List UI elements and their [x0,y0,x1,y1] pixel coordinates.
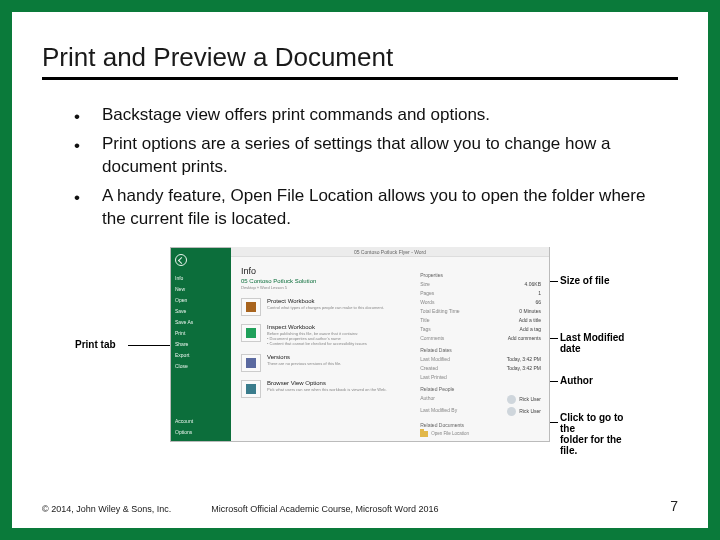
bullet-text: A handy feature, Open File Location allo… [102,185,668,237]
prop-val: Today, 3:42 PM [507,356,541,362]
bullet-dot: • [52,104,102,133]
backstage-sidebar: Info New Open Save Save As Print Share E… [171,248,231,441]
protect-icon [241,298,261,316]
prop-last-modified: Last ModifiedToday, 3:42 PM [420,356,541,362]
figure-wrap: Print tab Size of file Last Modified dat… [80,247,640,452]
block-desc: Pick what users can see when this workbo… [267,387,410,392]
sidebar-item: Open [175,297,227,303]
bullet-list: • Backstage view offers print commands a… [52,104,668,237]
prop-key: Last Printed [420,374,447,380]
prop-val: Today, 3:42 PM [507,365,541,371]
slide-frame: Print and Preview a Document • Backstage… [0,0,720,540]
prop-key: Size [420,281,430,287]
sidebar-item: Export [175,352,227,358]
avatar-icon [507,395,516,404]
sidebar-item: Info [175,275,227,281]
doc-title: 05 Contoso Potluck Solution [241,278,410,284]
sidebar-item: Save As [175,319,227,325]
sidebar-item: Close [175,363,227,369]
block-desc: Control what types of changes people can… [267,305,410,310]
prop-val: 4.06KB [525,281,541,287]
prop-val: Rick User [507,395,541,404]
back-arrow-icon [175,254,187,266]
block-title: Versions [267,354,410,360]
slide-title: Print and Preview a Document [42,42,678,73]
prop-key: Title [420,317,429,323]
inspect-icon [241,324,261,342]
doc-path: Desktop » Word Lesson 5 [241,285,410,290]
info-panel: Info 05 Contoso Potluck Solution Desktop… [241,266,410,437]
prop-val: Add comments [508,335,541,341]
backstage-screenshot: Info New Open Save Save As Print Share E… [170,247,550,442]
prop-key: Words [420,299,434,305]
callout-open-location: Click to go to the folder for the file. [560,412,640,456]
prop-val: 66 [535,299,541,305]
sidebar-item: Options [175,429,227,435]
section-heading: Related People [420,386,541,392]
prop-key: Last Modified By [420,407,457,416]
prop-key: Tags [420,326,431,332]
info-block-browser: Browser View Options Pick what users can… [241,380,410,398]
footer-copyright: © 2014, John Wiley & Sons, Inc. [42,504,211,514]
backstage-main: 05 Contoso Potluck Flyer - Word Info 05 … [231,248,549,441]
slide-number: 7 [670,498,678,514]
title-underline [42,77,678,80]
backstage-body: Info 05 Contoso Potluck Solution Desktop… [241,266,541,437]
prop-key: Created [420,365,438,371]
info-block-inspect: Inspect Workbook Before publishing this … [241,324,410,347]
bullet-item: • Print options are a series of settings… [52,133,668,185]
sidebar-item: New [175,286,227,292]
section-heading: Properties [420,272,541,278]
sidebar-item: Save [175,308,227,314]
prop-key: Last Modified [420,356,450,362]
prop-val: Rick User [507,407,541,416]
sidebar-item: Account [175,418,227,424]
content-area: • Backstage view offers print commands a… [12,86,708,498]
block-title: Protect Workbook [267,298,410,304]
sidebar-item: Share [175,341,227,347]
bullet-text: Print options are a series of settings t… [102,133,668,185]
callout-print-tab: Print tab [75,339,116,350]
callout-author: Author [560,375,593,386]
section-heading: Related Documents [420,422,541,428]
block-title: Browser View Options [267,380,410,386]
sidebar-item-print: Print [175,330,227,336]
prop-author: Author Rick User [420,395,541,404]
info-block-protect: Protect Workbook Control what types of c… [241,298,410,316]
callout-size: Size of file [560,275,609,286]
bullet-item: • Backstage view offers print commands a… [52,104,668,133]
prop-val: Add a title [519,317,541,323]
callout-last-modified: Last Modified date [560,332,640,354]
bullet-item: • A handy feature, Open File Location al… [52,185,668,237]
footer-course: Microsoft Official Academic Course, Micr… [211,504,670,514]
block-desc: Before publishing this file, be aware th… [267,331,410,347]
info-heading: Info [241,266,410,276]
prop-key: Comments [420,335,444,341]
info-block-versions: Versions There are no previous versions … [241,354,410,372]
browser-view-icon [241,380,261,398]
prop-size: Size 4.06KB [420,281,541,287]
open-file-location: Open File Location [420,431,541,437]
window-titlebar: 05 Contoso Potluck Flyer - Word [231,247,549,257]
versions-icon [241,354,261,372]
title-area: Print and Preview a Document [12,12,708,86]
properties-panel: Properties Size 4.06KB Pages1 Words66 To… [420,266,541,437]
section-heading: Related Dates [420,347,541,353]
prop-key: Pages [420,290,434,296]
block-title: Inspect Workbook [267,324,410,330]
block-desc: There are no previous versions of this f… [267,361,410,366]
bullet-dot: • [52,133,102,185]
folder-icon [420,431,428,437]
prop-val: Add a tag [520,326,541,332]
prop-val: 0 Minutes [519,308,541,314]
avatar-icon [507,407,516,416]
bullet-dot: • [52,185,102,237]
bullet-text: Backstage view offers print commands and… [102,104,668,133]
prop-val: 1 [538,290,541,296]
prop-key: Author [420,395,435,404]
prop-key: Total Editing Time [420,308,459,314]
footer: © 2014, John Wiley & Sons, Inc. Microsof… [12,498,708,528]
